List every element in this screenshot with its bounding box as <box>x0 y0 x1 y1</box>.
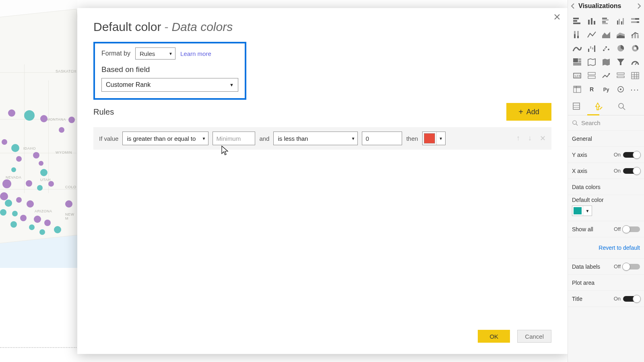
format-section-y-axis[interactable]: Y axis On <box>568 147 644 163</box>
ribbon-chart-icon[interactable] <box>571 43 583 54</box>
clustered-column-chart-icon[interactable] <box>615 15 627 27</box>
dialog-title-sub: Data colors <box>171 20 233 34</box>
show-all-state-label: Off <box>614 226 621 232</box>
kpi-icon[interactable] <box>600 70 612 81</box>
format-section-general-label: General <box>572 136 592 142</box>
svg-rect-46 <box>617 76 624 78</box>
treemap-icon[interactable] <box>571 56 583 68</box>
card-icon[interactable]: 123 <box>571 70 583 81</box>
scatter-icon[interactable] <box>600 43 612 54</box>
add-rule-button[interactable]: + Add <box>506 103 551 121</box>
y-axis-state-label: On <box>614 152 621 158</box>
format-section-title[interactable]: Title On <box>568 291 644 307</box>
multirow-card-icon[interactable] <box>586 70 598 81</box>
pane-tabs <box>568 98 644 115</box>
svg-rect-43 <box>588 72 595 75</box>
data-labels-state-label: Off <box>614 263 621 269</box>
gauge-icon[interactable] <box>629 56 641 68</box>
caret-down-icon: ▼ <box>202 136 206 141</box>
svg-text:R: R <box>589 86 593 93</box>
format-by-select[interactable]: Rules ▼ <box>135 47 175 60</box>
title-toggle[interactable] <box>623 296 640 302</box>
title-label: Title <box>572 296 582 302</box>
move-rule-down-button[interactable]: ↓ <box>528 134 532 143</box>
rule-value-2-input[interactable] <box>362 132 402 145</box>
format-show-all[interactable]: Show all Off <box>568 221 644 237</box>
map-label-idaho: IDAHO <box>23 146 36 150</box>
stacked-bar-chart-icon[interactable] <box>571 15 583 27</box>
pie-icon[interactable] <box>615 43 627 54</box>
add-rule-label: Add <box>526 108 539 116</box>
stacked-column-chart-icon[interactable] <box>586 15 598 27</box>
rule-operator-1-select[interactable]: is greater than or equal to ▼ <box>122 132 208 145</box>
data-labels-toggle[interactable] <box>623 264 640 269</box>
delete-rule-button[interactable]: ✕ <box>540 134 546 143</box>
format-section-x-axis[interactable]: X axis On <box>568 163 644 179</box>
clustered-bar-chart-icon[interactable] <box>600 15 612 27</box>
plus-icon: + <box>518 108 523 116</box>
close-button[interactable] <box>552 12 562 22</box>
caret-down-icon: ▼ <box>229 82 234 87</box>
fields-tab[interactable] <box>570 101 582 112</box>
based-on-field-select[interactable]: Customer Rank ▼ <box>101 78 238 92</box>
format-section-data-labels[interactable]: Data labels Off <box>568 259 644 275</box>
x-axis-toggle[interactable] <box>623 168 640 174</box>
rule-value-1-input[interactable] <box>213 132 255 145</box>
based-on-field-label: Based on field <box>101 65 238 74</box>
move-rule-up-button[interactable]: ↑ <box>516 134 520 143</box>
svg-rect-27 <box>592 47 593 49</box>
stacked-area-icon[interactable] <box>615 29 627 40</box>
svg-rect-6 <box>602 18 607 19</box>
line-column-chart-icon[interactable] <box>629 29 641 40</box>
svg-rect-26 <box>590 46 591 49</box>
svg-rect-19 <box>574 31 576 34</box>
funnel-icon[interactable] <box>615 56 627 68</box>
waterfall-icon[interactable] <box>586 43 598 54</box>
svg-point-29 <box>603 49 605 51</box>
rule-color-picker[interactable]: ▼ <box>422 132 446 145</box>
revert-to-default-link[interactable]: Revert to default <box>568 237 644 259</box>
svg-rect-0 <box>573 18 579 19</box>
format-section-general[interactable]: General <box>568 131 644 147</box>
plot-area-label: Plot area <box>572 280 594 286</box>
pane-collapse-left-button[interactable] <box>570 1 577 11</box>
hundred-percent-bar-icon[interactable] <box>629 15 641 27</box>
svg-line-40 <box>635 62 637 65</box>
slicer-icon[interactable] <box>615 70 627 81</box>
area-chart-icon[interactable] <box>600 29 612 40</box>
matrix-icon[interactable] <box>571 84 583 95</box>
format-section-plot-area[interactable]: Plot area <box>568 275 644 291</box>
data-labels-label: Data labels <box>572 263 600 270</box>
show-all-toggle[interactable] <box>623 226 640 232</box>
more-visuals-button[interactable]: ··· <box>629 84 641 95</box>
rule-row: If value is greater than or equal to ▼ a… <box>93 127 551 150</box>
svg-rect-1 <box>573 20 577 22</box>
table-icon[interactable] <box>629 70 641 81</box>
r-visual-icon[interactable]: R <box>586 84 598 95</box>
y-axis-toggle[interactable] <box>623 152 640 158</box>
donut-icon[interactable] <box>629 43 641 54</box>
map-icon[interactable] <box>586 56 598 68</box>
python-visual-icon[interactable]: Py <box>600 84 612 95</box>
svg-rect-12 <box>621 21 622 25</box>
rule-operator-2-select[interactable]: is less than ▼ <box>273 132 358 145</box>
key-influencers-icon[interactable] <box>615 84 627 95</box>
default-color-label: Default color <box>572 197 640 203</box>
format-tab[interactable] <box>593 101 605 112</box>
line-chart-icon[interactable] <box>586 29 598 40</box>
format-by-value: Rules <box>140 50 155 57</box>
hundred-percent-column-icon[interactable] <box>571 29 583 40</box>
analytics-tab[interactable] <box>615 101 627 112</box>
svg-rect-45 <box>617 73 624 74</box>
format-section-data-colors[interactable]: Data colors <box>568 179 644 195</box>
pane-collapse-right-button[interactable] <box>635 1 642 11</box>
format-search-input[interactable]: Search <box>568 115 644 131</box>
default-color-picker[interactable]: ▼ <box>572 206 592 216</box>
learn-more-link[interactable]: Learn more <box>180 50 211 57</box>
cancel-button[interactable]: Cancel <box>517 330 551 343</box>
format-by-section-highlighted: Format by Rules ▼ Learn more Based on fi… <box>93 42 246 100</box>
svg-rect-21 <box>577 31 579 36</box>
rule-operator-1-value: is greater than or equal to <box>127 135 196 142</box>
ok-button[interactable]: OK <box>478 330 510 343</box>
filled-map-icon[interactable] <box>600 56 612 68</box>
